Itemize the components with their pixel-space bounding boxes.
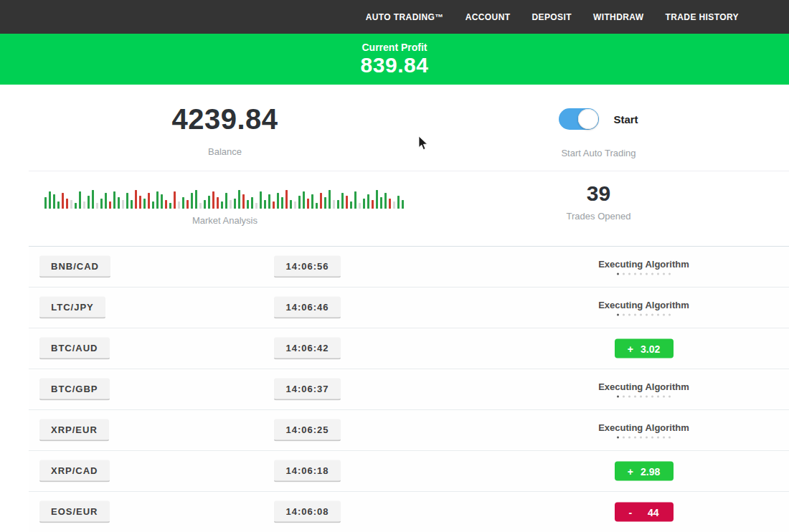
loader-dot bbox=[640, 314, 642, 316]
trade-row: BTC/AUD14:06:42+3.02 bbox=[29, 328, 789, 369]
loader-dot bbox=[651, 314, 653, 316]
nav-item-trade-history[interactable]: TRADE HISTORY bbox=[665, 12, 739, 22]
chart-bar bbox=[255, 203, 258, 209]
loader-dot bbox=[617, 437, 619, 439]
pair-badge[interactable]: BTC/GBP bbox=[39, 379, 110, 401]
loader-dot bbox=[634, 396, 636, 398]
loader-dot bbox=[623, 396, 625, 398]
chart-bar bbox=[62, 193, 64, 209]
loader-dot bbox=[668, 273, 671, 275]
chart-bar bbox=[346, 196, 348, 209]
balance-section: 4239.84 Balance Start Start Auto Trading bbox=[0, 85, 789, 171]
executing-label: Executing Algorithm bbox=[598, 300, 689, 310]
chart-bar bbox=[199, 203, 202, 209]
top-navbar: AUTO TRADING™ACCOUNTDEPOSITWITHDRAWTRADE… bbox=[0, 0, 789, 34]
chart-bar bbox=[324, 197, 326, 209]
chart-bar bbox=[333, 200, 335, 209]
loader-dot bbox=[657, 273, 659, 275]
chart-bar bbox=[152, 201, 154, 209]
chart-bar bbox=[337, 200, 339, 209]
chart-bar bbox=[100, 199, 103, 209]
auto-trading-caption: Start Auto Trading bbox=[561, 148, 636, 158]
result-amount: 3.02 bbox=[641, 343, 660, 354]
trades-opened-value: 39 bbox=[587, 181, 610, 206]
chart-bar bbox=[273, 201, 275, 209]
chart-bar bbox=[277, 193, 279, 209]
chart-bar bbox=[389, 199, 391, 209]
chart-bar bbox=[204, 200, 206, 209]
loader-dot bbox=[651, 437, 653, 439]
chart-bar bbox=[191, 193, 193, 209]
auto-trading-toggle[interactable] bbox=[559, 108, 599, 130]
nav-item-withdraw[interactable]: WITHDRAW bbox=[593, 12, 644, 22]
chart-bar bbox=[303, 191, 305, 209]
chart-bar bbox=[285, 190, 288, 209]
chart-bar bbox=[359, 203, 361, 209]
chart-bar bbox=[363, 199, 365, 209]
loader-dot bbox=[640, 396, 642, 398]
pair-badge[interactable]: LTC/JPY bbox=[39, 297, 105, 319]
nav-item-deposit[interactable]: DEPOSIT bbox=[531, 12, 571, 22]
time-badge: 14:06:18 bbox=[274, 460, 341, 483]
chart-bar bbox=[96, 203, 98, 209]
current-profit-label: Current Profit bbox=[0, 34, 789, 53]
chart-bar bbox=[105, 193, 107, 209]
loader-dot bbox=[663, 314, 665, 316]
chart-bar bbox=[88, 196, 90, 209]
pair-badge[interactable]: BNB/CAD bbox=[39, 256, 110, 278]
trades-list: BNB/CAD14:06:56Executing AlgorithmLTC/JP… bbox=[0, 247, 789, 532]
chart-bar bbox=[367, 194, 369, 209]
chart-bar bbox=[230, 200, 232, 209]
trade-row: EOS/EUR14:06:08-44 bbox=[29, 492, 789, 532]
time-badge: 14:06:42 bbox=[274, 338, 341, 360]
result-badge-profit: +3.02 bbox=[615, 339, 674, 358]
pair-badge[interactable]: XRP/EUR bbox=[39, 419, 109, 442]
time-badge: 14:06:56 bbox=[274, 256, 341, 278]
trade-status: Executing Algorithm bbox=[516, 259, 771, 275]
loader-dot bbox=[634, 314, 636, 316]
trades-opened-block: 39 Trades Opened bbox=[450, 171, 789, 246]
current-profit-value: 839.84 bbox=[0, 53, 789, 78]
chart-bar bbox=[298, 196, 301, 209]
pair-badge[interactable]: EOS/EUR bbox=[39, 501, 110, 523]
loader-dot bbox=[617, 273, 619, 275]
trade-status: +3.02 bbox=[516, 339, 771, 358]
loader-dot bbox=[640, 273, 642, 275]
chart-bar bbox=[92, 190, 94, 209]
market-section: Market Analysis 39 Trades Opened bbox=[0, 171, 789, 246]
trade-status: +2.98 bbox=[516, 462, 771, 481]
chart-bar bbox=[118, 197, 120, 209]
loader-dot bbox=[668, 396, 671, 398]
loader-dots bbox=[617, 437, 671, 439]
loader-dot bbox=[623, 437, 625, 439]
toggle-knob bbox=[578, 109, 598, 129]
loader-dot bbox=[663, 437, 665, 439]
trade-row: XRP/EUR14:06:25Executing Algorithm bbox=[29, 410, 789, 451]
chart-bar bbox=[217, 197, 219, 209]
chart-bar bbox=[238, 190, 240, 209]
nav-item-auto-trading[interactable]: AUTO TRADING™ bbox=[366, 12, 444, 22]
chart-bar bbox=[139, 196, 141, 209]
loader-dot bbox=[657, 396, 659, 398]
trade-row: LTC/JPY14:06:46Executing Algorithm bbox=[29, 288, 789, 328]
chart-bar bbox=[70, 200, 72, 209]
chart-bar bbox=[195, 190, 197, 209]
balance-value: 4239.84 bbox=[171, 85, 278, 136]
pair-badge[interactable]: BTC/AUD bbox=[39, 338, 110, 360]
chart-bar bbox=[242, 194, 245, 209]
loader-dots bbox=[617, 273, 671, 275]
chart-bar bbox=[169, 203, 171, 209]
chart-bar bbox=[268, 194, 270, 209]
loader-dot bbox=[628, 314, 630, 316]
pair-badge[interactable]: XRP/CAD bbox=[39, 460, 110, 483]
trade-status: Executing Algorithm bbox=[516, 422, 771, 439]
chart-bar bbox=[221, 201, 223, 209]
chart-bar bbox=[247, 200, 249, 209]
trade-status: Executing Algorithm bbox=[516, 300, 771, 316]
chart-bar bbox=[44, 197, 47, 209]
executing-label: Executing Algorithm bbox=[598, 381, 689, 392]
chart-bar bbox=[186, 200, 189, 209]
nav-item-account[interactable]: ACCOUNT bbox=[466, 12, 511, 22]
loader-dot bbox=[646, 273, 648, 275]
chart-bar bbox=[316, 203, 318, 209]
